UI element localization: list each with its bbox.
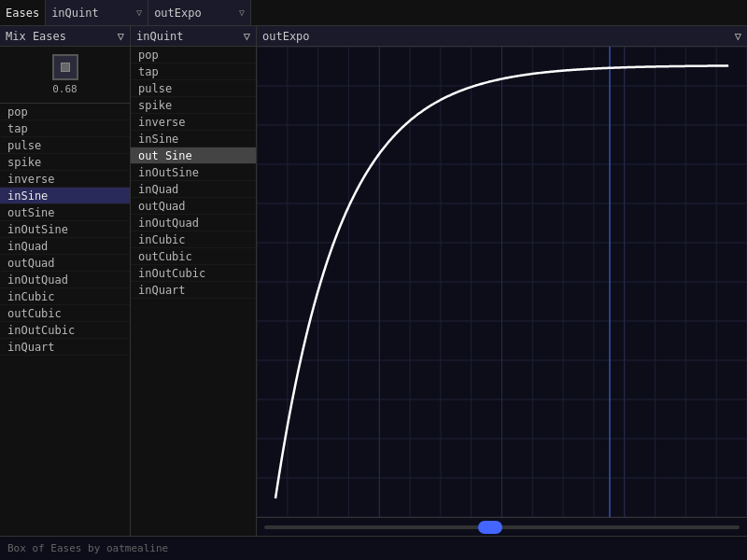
curve-canvas (257, 47, 747, 517)
center-list-item[interactable]: pop (131, 47, 256, 63)
center-list-item[interactable]: inOutQuad (131, 215, 256, 231)
main-content: Mix Eases ▽ 0.68 poptappulsespikeinverse… (0, 26, 747, 536)
list-item[interactable]: inQuad (0, 238, 130, 255)
dropdown2-btn[interactable]: outExpo ▽ (148, 0, 251, 25)
mix-knob[interactable] (52, 54, 78, 80)
center-list-item[interactable]: inQuad (131, 181, 256, 198)
list-item[interactable]: inSine (0, 188, 130, 204)
dropdown1-btn[interactable]: inQuint ▽ (46, 0, 148, 25)
top-bar: Eases inQuint ▽ outExpo ▽ (0, 0, 747, 26)
center-list-item[interactable]: tap (131, 63, 256, 80)
center-list-item[interactable]: outCubic (131, 248, 256, 265)
right-arrow-icon: ▽ (735, 30, 741, 43)
dropdown1-label: inQuint (51, 7, 99, 20)
mix-eases-arrow-icon: ▽ (118, 30, 124, 43)
center-list-item[interactable]: pulse (131, 80, 256, 97)
center-list-item[interactable]: out Sine (131, 147, 256, 164)
eases-label: Eases (0, 0, 46, 25)
center-list-item[interactable]: inOutSine (131, 164, 256, 181)
center-list-item[interactable]: inOutCubic (131, 265, 256, 282)
list-item[interactable]: pulse (0, 137, 130, 154)
dropdown1-arrow-icon: ▽ (136, 7, 142, 18)
right-header-label: outExpo (262, 30, 310, 43)
left-panel: Mix Eases ▽ 0.68 poptappulsespikeinverse… (0, 26, 131, 536)
bottom-label: Box of Eases by oatmealine (7, 542, 168, 554)
bottom-bar: Box of Eases by oatmealine (0, 536, 747, 560)
list-item[interactable]: inQuart (0, 339, 130, 356)
center-arrow-icon: ▽ (244, 30, 250, 43)
center-list: poptappulsespikeinverseinSineout SineinO… (131, 47, 256, 299)
center-list-item[interactable]: spike (131, 97, 256, 114)
list-item[interactable]: inOutCubic (0, 322, 130, 339)
right-panel: outExpo ▽ (257, 26, 747, 536)
list-item[interactable]: inOutQuad (0, 272, 130, 288)
center-list-item[interactable]: outQuad (131, 198, 256, 215)
list-item[interactable]: inverse (0, 171, 130, 188)
mix-eases-header: Mix Eases ▽ (0, 26, 130, 47)
dropdown2-arrow-icon: ▽ (239, 7, 245, 18)
list-item[interactable]: spike (0, 154, 130, 171)
list-item[interactable]: inCubic (0, 288, 130, 305)
center-list-item[interactable]: inverse (131, 114, 256, 131)
list-item[interactable]: inOutSine (0, 221, 130, 238)
scrubber-thumb[interactable] (478, 521, 502, 534)
mix-eases-label: Mix Eases (6, 30, 66, 43)
dropdown2-label: outExpo (154, 7, 202, 20)
list-item[interactable]: outQuad (0, 255, 130, 272)
center-panel: inQuint ▽ poptappulsespikeinverseinSineo… (131, 26, 257, 536)
right-header: outExpo ▽ (257, 26, 747, 47)
knob-value: 0.68 (52, 83, 78, 95)
knob-inner (61, 63, 70, 72)
curve-display (257, 47, 747, 517)
ease-list: poptappulsespikeinverseinSineoutSineinOu… (0, 104, 130, 536)
list-item[interactable]: pop (0, 104, 130, 120)
section-title: Eases (6, 7, 39, 20)
center-list-item[interactable]: inQuart (131, 282, 256, 299)
app: Eases inQuint ▽ outExpo ▽ Mix Eases ▽ 0.… (0, 0, 747, 560)
list-item[interactable]: tap (0, 120, 130, 137)
list-item[interactable]: outSine (0, 204, 130, 221)
scrubber-row (257, 517, 747, 536)
list-item[interactable]: outCubic (0, 305, 130, 322)
center-list-item[interactable]: inSine (131, 131, 256, 147)
center-list-item[interactable]: inCubic (131, 231, 256, 248)
center-header: inQuint ▽ (131, 26, 256, 47)
center-header-label: inQuint (136, 30, 184, 43)
scrubber-track[interactable] (264, 525, 740, 529)
knob-area: 0.68 (0, 47, 130, 104)
